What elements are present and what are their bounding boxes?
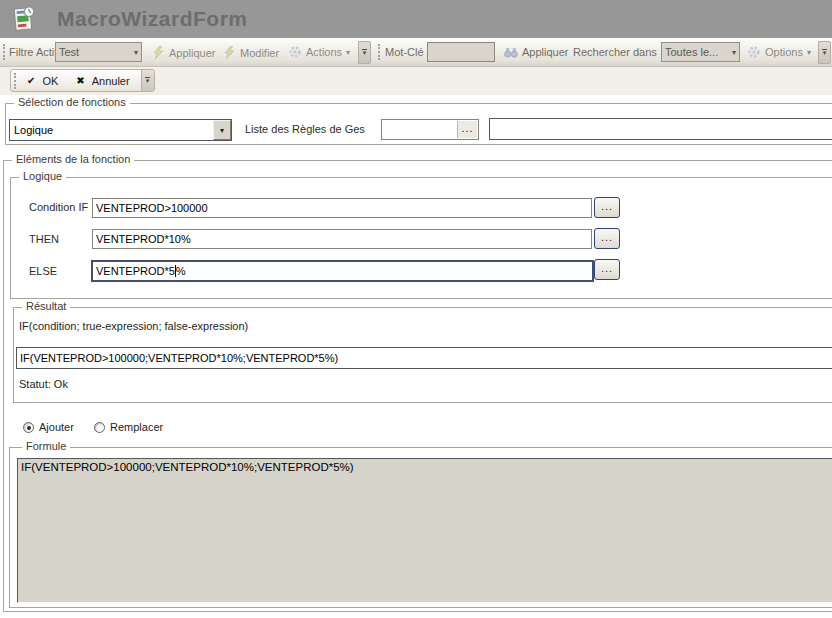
filter-combo[interactable]: Test ▾	[55, 42, 142, 62]
actions-menu-button[interactable]: Actions ▾	[288, 45, 350, 59]
toolbar-grip[interactable]	[3, 44, 5, 60]
chevron-down-icon: ▾	[823, 50, 827, 56]
mode-replace-label[interactable]: Remplacer	[110, 421, 163, 433]
ok-button[interactable]: ✔ OK	[20, 70, 69, 91]
form-wizard-icon	[10, 5, 37, 33]
rules-browse-button[interactable]: ...	[457, 121, 477, 138]
actions-label: Actions	[306, 46, 342, 58]
chevron-down-icon: ▾	[220, 126, 224, 135]
condition-if-input[interactable]: VENTEPROD>100000	[92, 198, 592, 218]
lightning-icon	[223, 46, 236, 59]
cancel-button-label: Annuler	[92, 75, 130, 87]
condition-if-label: Condition IF	[29, 201, 88, 213]
lightning-icon	[152, 46, 165, 59]
formula-group-title: Formule	[22, 440, 70, 452]
mode-add-radio[interactable]: Ajouter	[23, 421, 74, 433]
x-icon: ✖	[76, 75, 84, 86]
else-value-before-caret: VENTEPROD*5	[96, 265, 175, 277]
radio-button-icon	[23, 422, 34, 433]
condition-if-browse-button[interactable]: ...	[594, 197, 620, 218]
apply-filter-label: Appliquer	[169, 47, 215, 59]
function-syntax-text: IF(condition; true-expression; false-exp…	[19, 320, 248, 332]
toolbar-overflow-button[interactable]: ▾	[141, 70, 154, 91]
search-scope-value: Toutes le...	[665, 46, 718, 58]
logic-group-title: Logique	[19, 170, 66, 182]
chevron-down-icon: ▾	[728, 48, 736, 57]
action-toolbar-strip: ✔ OK ✖ Annuler ▾	[0, 67, 832, 95]
rules-list-label: Liste des Règles de Ges	[245, 123, 365, 135]
main-toolbar: Filtre Actif Test ▾ Appliquer Modifier A…	[0, 38, 832, 67]
chevron-down-icon: ▾	[346, 48, 350, 57]
ok-button-label: OK	[42, 75, 58, 87]
rules-list-input[interactable]: ...	[381, 119, 479, 140]
formula-textarea[interactable]: IF(VENTEPROD>100000;VENTEPROD*10%;VENTEP…	[17, 458, 832, 603]
rules-detail-input[interactable]	[489, 118, 832, 140]
condition-if-value: VENTEPROD>100000	[96, 202, 208, 214]
function-category-combo[interactable]: Logique ▾	[9, 119, 232, 141]
result-group-title: Résultat	[22, 300, 70, 312]
search-in-label: Rechercher dans	[573, 46, 657, 58]
function-selection-group-title: Sélection de fonctions	[14, 96, 130, 108]
macro-wizard-window: MacroWizardForm Filtre Actif Test ▾ Appl…	[0, 0, 832, 618]
else-value-after-caret: %	[176, 265, 186, 277]
title-bar: MacroWizardForm	[0, 0, 832, 38]
combo-dropdown-button[interactable]: ▾	[213, 120, 231, 140]
then-label: THEN	[29, 233, 59, 245]
function-elements-group-title: Eléments de la fonction	[12, 153, 134, 165]
options-menu-button[interactable]: Options ▾	[747, 45, 811, 59]
radio-button-icon	[94, 422, 105, 433]
toolbar-overflow-button[interactable]: ▾	[358, 41, 371, 64]
search-apply-label: Appliquer	[522, 46, 568, 58]
toolbar-grip[interactable]	[378, 44, 380, 60]
keyword-input[interactable]	[427, 42, 495, 62]
result-expression-value: IF(VENTEPROD>100000;VENTEPROD*10%;VENTEP…	[20, 352, 338, 364]
toolbar-grip[interactable]	[14, 73, 16, 89]
chevron-down-icon: ▾	[130, 48, 138, 57]
toolbar-overflow-button[interactable]: ▾	[818, 41, 831, 64]
logic-group: Logique Condition IF VENTEPROD>100000 ..…	[10, 177, 832, 299]
chevron-down-icon: ▾	[146, 78, 150, 84]
status-text: Statut: Ok	[19, 378, 68, 390]
binoculars-icon	[504, 47, 518, 58]
else-label: ELSE	[29, 265, 57, 277]
check-icon: ✔	[27, 75, 35, 86]
options-label: Options	[765, 46, 803, 58]
window-title: MacroWizardForm	[57, 7, 248, 31]
gear-icon	[747, 45, 761, 59]
apply-filter-button[interactable]: Appliquer	[152, 46, 215, 59]
formula-group: Formule IF(VENTEPROD>100000;VENTEPROD*10…	[9, 447, 832, 608]
function-category-value: Logique	[14, 124, 53, 136]
search-apply-button[interactable]: Appliquer	[504, 46, 568, 58]
chevron-down-icon: ▾	[807, 48, 811, 57]
modify-filter-button[interactable]: Modifier	[223, 46, 279, 59]
function-selection-group: Sélection de fonctions Logique ▾ Liste d…	[5, 103, 832, 145]
then-browse-button[interactable]: ...	[594, 228, 620, 249]
gear-icon	[288, 45, 302, 59]
search-scope-combo[interactable]: Toutes le... ▾	[661, 42, 740, 62]
function-elements-group: Eléments de la fonction Logique Conditio…	[3, 160, 832, 612]
filter-combo-value: Test	[59, 46, 79, 58]
else-input[interactable]: VENTEPROD*5%	[91, 260, 594, 282]
then-input[interactable]: VENTEPROD*10%	[92, 229, 592, 249]
cancel-button[interactable]: ✖ Annuler	[69, 70, 140, 91]
keyword-label: Mot-Clé	[385, 46, 424, 58]
filter-label: Filtre Actif	[9, 46, 57, 58]
result-expression-input[interactable]: IF(VENTEPROD>100000;VENTEPROD*10%;VENTEP…	[16, 347, 832, 369]
result-group: Résultat IF(condition; true-expression; …	[13, 307, 832, 403]
action-toolbar: ✔ OK ✖ Annuler ▾	[10, 69, 155, 92]
mode-add-label[interactable]: Ajouter	[39, 421, 74, 433]
else-browse-button[interactable]: ...	[594, 259, 620, 280]
mode-replace-radio[interactable]: Remplacer	[94, 421, 163, 433]
then-value: VENTEPROD*10%	[96, 233, 191, 245]
chevron-down-icon: ▾	[363, 50, 367, 56]
modify-filter-label: Modifier	[240, 47, 279, 59]
